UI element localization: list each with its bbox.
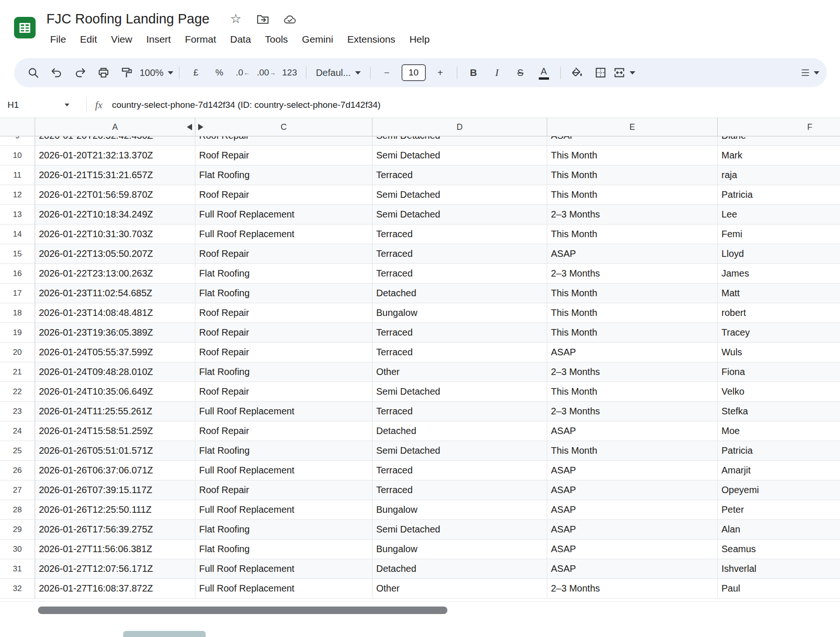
cell[interactable]: Full Roof Replacement [195, 402, 372, 421]
cell[interactable]: Roof Repair [195, 323, 372, 343]
cell[interactable]: 2026-01-23T11:02:54.685Z [35, 284, 195, 303]
cell[interactable]: 2–3 Months [547, 402, 718, 421]
fill-color-button[interactable] [566, 62, 588, 83]
cell[interactable]: Semi Detached [372, 382, 547, 402]
cell[interactable]: Alan [718, 520, 840, 540]
cell[interactable]: 2026-01-26T06:37:06.071Z [35, 461, 195, 480]
cell[interactable]: 2026-01-23T19:36:05.389Z [35, 323, 195, 343]
cell[interactable]: Full Roof Replacement [195, 205, 372, 225]
cell[interactable]: Detached [372, 284, 547, 303]
cell[interactable]: 2026-01-27T12:07:56.171Z [35, 559, 195, 579]
menu-view[interactable]: View [104, 30, 139, 49]
cell[interactable]: Patricia [718, 441, 840, 461]
cell[interactable]: 2026-01-26T07:39:15.117Z [35, 480, 195, 500]
cell[interactable]: Detached [372, 421, 547, 441]
cell[interactable]: Terraced [372, 264, 547, 284]
name-box[interactable]: H1 [0, 100, 76, 110]
cell[interactable]: Bungalow [372, 303, 547, 323]
cell[interactable]: Lloyd [718, 244, 840, 264]
row-number[interactable]: 16 [0, 264, 35, 284]
search-button[interactable] [22, 62, 44, 83]
cell[interactable]: Mark [718, 146, 840, 165]
row-number[interactable]: 20 [0, 343, 35, 362]
cell[interactable]: ASAP [547, 421, 718, 441]
cell[interactable]: Amarjit [718, 461, 840, 480]
cell[interactable]: Other [372, 362, 547, 382]
menu-file[interactable]: File [43, 30, 73, 49]
cell[interactable]: 2026-01-24T15:58:51.259Z [35, 421, 195, 441]
cell[interactable]: Full Roof Replacement [195, 225, 372, 244]
cell[interactable]: Fiona [718, 362, 840, 382]
cell[interactable]: 2–3 Months [547, 579, 718, 599]
cell[interactable]: 2026-01-24T05:55:37.599Z [35, 343, 195, 362]
cell[interactable]: Peter [718, 500, 840, 520]
unhide-column-right-icon[interactable] [198, 124, 203, 130]
menu-extensions[interactable]: Extensions [340, 30, 402, 49]
strikethrough-button[interactable]: S [510, 62, 531, 83]
format-currency-button[interactable]: £ [185, 62, 207, 83]
cell[interactable]: 2–3 Months [547, 264, 718, 284]
horizontal-scrollbar[interactable] [0, 601, 840, 618]
row-number[interactable]: 24 [0, 421, 35, 441]
cell[interactable]: 2026-01-22T13:05:50.207Z [35, 244, 195, 264]
cell[interactable]: Lee [718, 205, 840, 225]
cell[interactable]: This Month [547, 165, 718, 185]
move-to-folder-icon[interactable] [256, 13, 269, 26]
horizontal-scrollbar-thumb[interactable] [38, 607, 447, 614]
cell[interactable]: ASAP [547, 244, 718, 264]
row-number[interactable]: 12 [0, 185, 35, 205]
cell[interactable]: ASAP [547, 500, 718, 520]
cell[interactable]: Opeyemi [718, 480, 840, 500]
cell[interactable]: Seamus [718, 540, 840, 559]
row-number[interactable]: 11 [0, 165, 35, 185]
cell[interactable]: robert [718, 303, 840, 323]
cell[interactable]: ASAP [547, 559, 718, 579]
undo-button[interactable] [46, 62, 67, 83]
cell[interactable]: 2026-01-27T16:08:37.872Z [35, 579, 195, 599]
menu-data[interactable]: Data [223, 30, 258, 49]
menu-help[interactable]: Help [402, 30, 437, 49]
cell[interactable]: 2026-01-22T23:13:00.263Z [35, 264, 195, 284]
cell[interactable]: Terraced [372, 165, 547, 185]
menu-tools[interactable]: Tools [258, 30, 295, 49]
cell[interactable]: Flat Roofing [195, 284, 372, 303]
redo-button[interactable] [69, 62, 91, 83]
cell[interactable]: ASAP [547, 540, 718, 559]
row-number[interactable]: 22 [0, 382, 35, 402]
cell[interactable]: 2026-01-26T12:25:50.111Z [35, 500, 195, 520]
column-header-a[interactable]: A [35, 118, 195, 136]
row-number[interactable]: 18 [0, 303, 35, 323]
row-number[interactable]: 31 [0, 559, 35, 579]
formula-input[interactable]: country-select-phone-7d142f34 (ID: count… [112, 100, 381, 110]
cell[interactable]: 2026-01-21T15:31:21.657Z [35, 165, 195, 185]
cell[interactable]: Roof Repair [195, 382, 372, 402]
cell[interactable]: Terraced [372, 225, 547, 244]
cell[interactable]: Terraced [372, 402, 547, 421]
paint-format-button[interactable] [116, 62, 138, 83]
cell[interactable]: Bungalow [372, 500, 547, 520]
cell[interactable]: Patricia [718, 185, 840, 205]
cell[interactable]: This Month [547, 185, 718, 205]
cell[interactable]: ASAP [547, 461, 718, 480]
select-all-corner[interactable] [0, 118, 35, 136]
row-number[interactable]: 27 [0, 480, 35, 500]
font-select[interactable]: Defaul... [312, 62, 364, 83]
column-header-f[interactable]: F [718, 118, 840, 136]
cell[interactable]: Full Roof Replacement [195, 500, 372, 520]
cell[interactable]: This Month [547, 382, 718, 402]
cell[interactable]: 2026-01-22T10:18:34.249Z [35, 205, 195, 225]
cell[interactable]: ASAP [547, 343, 718, 362]
zoom-select[interactable]: 100% [140, 62, 173, 83]
cell[interactable]: Stefka [718, 402, 840, 421]
cell[interactable]: James [718, 264, 840, 284]
increase-decimal-button[interactable]: .00→ [255, 62, 277, 83]
font-size-input[interactable]: 10 [401, 64, 426, 81]
cell[interactable]: 2026-01-20T20:32:42.430Z [35, 136, 195, 146]
cell[interactable]: ASAP [547, 520, 718, 540]
row-number[interactable]: 10 [0, 146, 35, 165]
menu-format[interactable]: Format [178, 30, 223, 49]
cell[interactable]: Matt [718, 284, 840, 303]
cell[interactable]: Terraced [372, 244, 547, 264]
menu-edit[interactable]: Edit [73, 30, 104, 49]
row-number[interactable]: 21 [0, 362, 35, 382]
